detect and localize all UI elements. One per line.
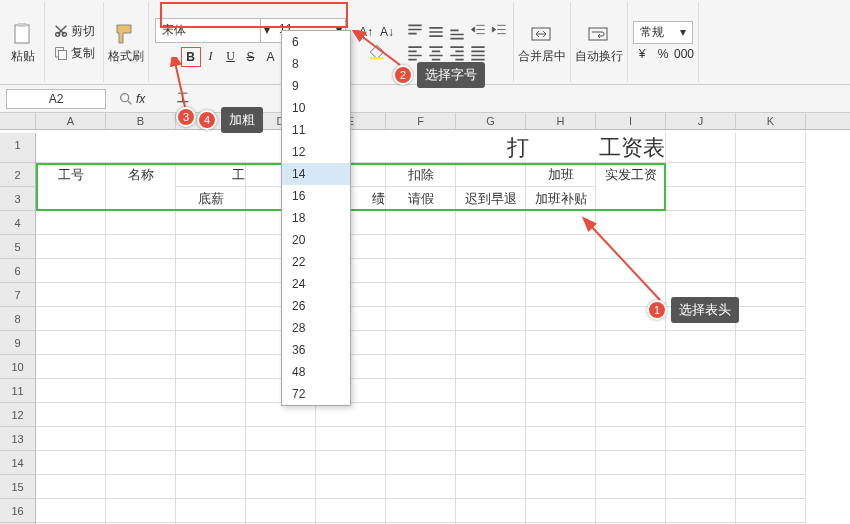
cell[interactable]	[106, 379, 176, 403]
cell[interactable]	[736, 475, 806, 499]
cell[interactable]	[596, 475, 666, 499]
size-option-selected[interactable]: 14	[282, 163, 350, 185]
col-header[interactable]: A	[36, 113, 106, 129]
cell[interactable]	[106, 331, 176, 355]
cell[interactable]	[106, 187, 176, 211]
cell[interactable]	[176, 235, 246, 259]
underline-button[interactable]: U	[221, 47, 241, 67]
cell[interactable]	[246, 427, 316, 451]
cell[interactable]	[666, 355, 736, 379]
row-header[interactable]: 1	[0, 133, 36, 163]
col-header[interactable]: J	[666, 113, 736, 129]
cell[interactable]	[176, 379, 246, 403]
name-box[interactable]: A2	[6, 89, 106, 109]
cell[interactable]	[176, 427, 246, 451]
cell[interactable]	[106, 235, 176, 259]
row-header[interactable]: 3	[0, 187, 36, 211]
cell[interactable]	[36, 475, 106, 499]
cell[interactable]	[666, 163, 736, 187]
cell[interactable]	[456, 427, 526, 451]
cell[interactable]	[106, 259, 176, 283]
cell[interactable]: 工号	[36, 163, 106, 187]
size-option[interactable]: 28	[282, 317, 350, 339]
cell[interactable]	[316, 403, 386, 427]
row-header[interactable]: 4	[0, 211, 36, 235]
cell[interactable]	[246, 475, 316, 499]
cell[interactable]	[246, 499, 316, 523]
cell[interactable]	[596, 499, 666, 523]
cell[interactable]	[386, 475, 456, 499]
cell[interactable]	[666, 451, 736, 475]
font-size-dropdown-list[interactable]: 6891011121416182022242628364872	[281, 30, 351, 406]
col-header[interactable]: K	[736, 113, 806, 129]
cell[interactable]	[666, 187, 736, 211]
cell[interactable]	[456, 307, 526, 331]
cell[interactable]	[736, 259, 806, 283]
cell[interactable]	[596, 187, 666, 211]
cell[interactable]	[106, 403, 176, 427]
cell[interactable]	[736, 283, 806, 307]
cell[interactable]	[666, 259, 736, 283]
cell[interactable]	[386, 499, 456, 523]
cell[interactable]	[456, 331, 526, 355]
align-center-button[interactable]	[426, 43, 446, 63]
cell[interactable]	[36, 451, 106, 475]
cell[interactable]	[36, 259, 106, 283]
align-bot-button[interactable]	[447, 22, 467, 42]
cell[interactable]	[526, 499, 596, 523]
super-button[interactable]: A	[261, 47, 281, 67]
italic-button[interactable]: I	[201, 47, 221, 67]
cell[interactable]	[386, 403, 456, 427]
justify-button[interactable]	[468, 43, 488, 63]
cell[interactable]	[456, 259, 526, 283]
cell[interactable]	[106, 355, 176, 379]
cell[interactable]	[736, 403, 806, 427]
cell[interactable]: 加班	[526, 163, 596, 187]
cell[interactable]	[176, 211, 246, 235]
col-header[interactable]: F	[386, 113, 456, 129]
cells-area[interactable]: 打工资表工号名称工扣除加班实发工资底薪奖绩请假迟到早退加班补贴	[36, 133, 806, 524]
cell[interactable]	[176, 403, 246, 427]
cell[interactable]	[456, 379, 526, 403]
cell[interactable]	[526, 403, 596, 427]
cell[interactable]	[736, 307, 806, 331]
cell[interactable]	[736, 163, 806, 187]
size-option[interactable]: 36	[282, 339, 350, 361]
row-header[interactable]: 8	[0, 307, 36, 331]
cell[interactable]	[456, 235, 526, 259]
size-option[interactable]: 48	[282, 361, 350, 383]
cell[interactable]	[36, 355, 106, 379]
percent-button[interactable]: %	[653, 44, 673, 64]
cell[interactable]	[666, 499, 736, 523]
cell[interactable]	[596, 355, 666, 379]
size-option[interactable]: 11	[282, 119, 350, 141]
cell[interactable]	[526, 211, 596, 235]
row-header[interactable]: 9	[0, 331, 36, 355]
cell[interactable]	[736, 187, 806, 211]
cell[interactable]: 打工资表	[36, 133, 666, 163]
cell[interactable]	[666, 379, 736, 403]
cell[interactable]	[526, 379, 596, 403]
cell[interactable]: 底薪	[176, 187, 246, 211]
wrap-button[interactable]	[582, 20, 616, 48]
cell[interactable]	[106, 283, 176, 307]
size-option[interactable]: 26	[282, 295, 350, 317]
currency-button[interactable]: ¥	[632, 44, 652, 64]
cell[interactable]	[36, 211, 106, 235]
cell[interactable]	[456, 499, 526, 523]
cell[interactable]	[106, 475, 176, 499]
cell[interactable]	[736, 211, 806, 235]
cell[interactable]	[596, 451, 666, 475]
cell[interactable]	[386, 451, 456, 475]
cell[interactable]	[246, 403, 316, 427]
cell[interactable]	[736, 499, 806, 523]
cell[interactable]	[526, 259, 596, 283]
size-option[interactable]: 12	[282, 141, 350, 163]
row-header[interactable]: 14	[0, 451, 36, 475]
cell[interactable]	[596, 427, 666, 451]
indent-inc-button[interactable]	[489, 22, 509, 42]
cell[interactable]	[176, 259, 246, 283]
row-header[interactable]: 7	[0, 283, 36, 307]
align-mid-button[interactable]	[426, 22, 446, 42]
cell[interactable]	[36, 283, 106, 307]
